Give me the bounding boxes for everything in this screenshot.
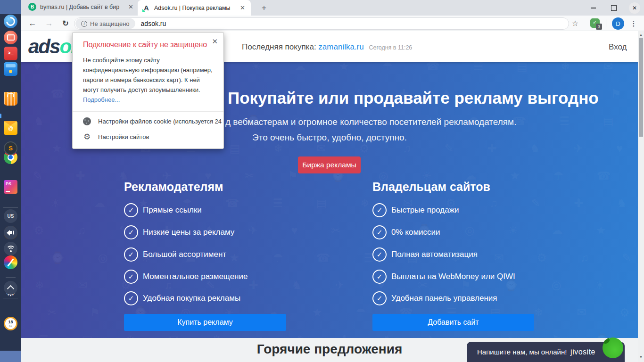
- tab-bymas[interactable]: B bymas.ru | Добавь сайт в бир: [28, 3, 134, 11]
- dock-divider: [3, 298, 18, 298]
- dock-divider: [6, 277, 16, 278]
- tab-adsok-active[interactable]: A Adsok.ru | Покупка рекламы: [138, 0, 251, 16]
- check-item: Низкие цены за рекламу: [124, 225, 234, 239]
- screen-recorder-icon[interactable]: [4, 31, 17, 44]
- gear-icon: [83, 133, 91, 141]
- login-link[interactable]: Вход: [609, 42, 627, 52]
- check-icon: [372, 247, 387, 262]
- popup-body: Не сообщайте этому сайту конфиденциальну…: [83, 55, 213, 105]
- window-close-button[interactable]: [629, 2, 640, 14]
- check-item: Прямые ссылки: [124, 203, 202, 217]
- last-purchase-time: Сегодня в 11:26: [369, 44, 412, 51]
- desktop-screen: PS S US ⚡ 1852 B bymas.ru | Добавь сайт …: [0, 0, 644, 362]
- check-icon: [372, 270, 387, 284]
- check-icon: [124, 247, 138, 262]
- check-item: 0% комиссии: [372, 225, 440, 239]
- browser-menu-icon[interactable]: [628, 16, 639, 31]
- dock: PS S US ⚡ 1852: [0, 0, 21, 362]
- wallpaper-strip-top: [0, 0, 21, 14]
- terminal-icon[interactable]: [4, 47, 17, 60]
- popup-title: Подключение к сайту не защищено: [83, 41, 213, 49]
- check-icon: [124, 203, 138, 217]
- check-icon: [124, 225, 138, 239]
- favicon-adsok: A: [142, 4, 150, 12]
- last-purchase-label: Последняя покупка:: [242, 42, 316, 51]
- window-minimize-button[interactable]: [587, 2, 599, 14]
- last-purchase-site-link[interactable]: zamanilka.ru: [318, 42, 363, 51]
- dock-divider: [3, 207, 18, 208]
- hero-subtitle-1: д вебмастерам и огромное количество посе…: [225, 117, 516, 127]
- bookmark-star-icon[interactable]: [569, 16, 582, 31]
- browser-toolbar: Не защищено adsok.ru 3 D: [21, 16, 644, 31]
- exchange-button[interactable]: Биржа рекламы: [298, 156, 361, 173]
- keyboard-layout-indicator[interactable]: US: [4, 209, 17, 223]
- check-item: Быстрые продажи: [372, 203, 459, 217]
- active-app-indicator: [0, 114, 1, 118]
- mail-icon[interactable]: [4, 121, 17, 135]
- learn-more-link[interactable]: Подробнее...: [83, 96, 120, 103]
- scrollbar-down-arrow[interactable]: [638, 354, 644, 360]
- extension-shield-icon[interactable]: 3: [590, 18, 600, 28]
- check-icon: [372, 225, 387, 239]
- check-item: Полная автоматизация: [372, 247, 478, 262]
- address-bar[interactable]: Не защищено adsok.ru: [74, 17, 569, 30]
- cookie-icon: [83, 117, 91, 125]
- check-item: Удобная покупка рекламы: [124, 291, 240, 305]
- window-maximize-button[interactable]: [608, 2, 619, 14]
- check-item: Удобная панель управления: [372, 291, 497, 305]
- hero-title: Покупайте или продавайте рекламу выгодно: [228, 89, 599, 107]
- tab-strip: B bymas.ru | Добавь сайт в бир A Adsok.r…: [21, 0, 644, 16]
- check-item: Моментальное размещение: [124, 270, 248, 284]
- app-store-icon[interactable]: [4, 92, 17, 106]
- check-icon: [372, 291, 387, 305]
- toolbar-separator: [606, 19, 606, 27]
- krita-icon[interactable]: [4, 255, 17, 269]
- check-icon: [124, 291, 138, 305]
- close-tab-icon[interactable]: [239, 4, 246, 11]
- wallpaper-strip-bottom: [0, 351, 21, 362]
- chevron-up-icon[interactable]: [4, 281, 17, 295]
- profile-avatar[interactable]: D: [612, 17, 624, 30]
- chat-message: Напишите нам, мы онлайн!: [477, 348, 567, 356]
- buy-ads-button[interactable]: Купить рекламу: [124, 314, 286, 331]
- phpstorm-icon[interactable]: PS: [4, 180, 17, 194]
- back-button[interactable]: [26, 16, 39, 31]
- check-icon: [372, 203, 387, 217]
- reload-button[interactable]: [59, 16, 72, 31]
- security-popup: Подключение к сайту не защищено Не сообщ…: [72, 32, 224, 149]
- close-tab-icon[interactable]: [127, 3, 134, 10]
- cookie-settings-item[interactable]: Настройки файлов cookie (используется 24: [73, 112, 223, 131]
- tab-title: Adsok.ru | Покупка рекламы: [154, 5, 235, 11]
- favicon-bymas: B: [28, 3, 36, 11]
- new-tab-button[interactable]: [259, 3, 269, 13]
- add-site-button[interactable]: Добавить сайт: [372, 314, 534, 331]
- file-manager-icon[interactable]: [4, 62, 17, 76]
- advertisers-column-title: Рекламодателям: [124, 180, 223, 194]
- volume-icon[interactable]: [4, 226, 17, 239]
- site-owners-column-title: Владельцам сайтов: [372, 180, 490, 194]
- wifi-icon[interactable]: [4, 242, 17, 255]
- url-text: adsok.ru: [141, 20, 166, 27]
- info-icon: [81, 21, 87, 27]
- deepin-browser-icon[interactable]: [4, 15, 17, 28]
- sublime-text-icon[interactable]: S: [4, 141, 17, 155]
- close-icon[interactable]: [212, 37, 218, 46]
- scrollbar-thumb[interactable]: [639, 38, 643, 137]
- security-chip[interactable]: Не защищено: [75, 18, 135, 29]
- tab-title: bymas.ru | Добавь сайт в бир: [40, 4, 124, 10]
- forward-button[interactable]: [42, 16, 56, 31]
- jivosite-leaf-icon[interactable]: [603, 337, 623, 358]
- scrollbar-up-arrow[interactable]: [638, 31, 644, 38]
- clock-icon[interactable]: 1852: [4, 317, 17, 330]
- check-icon: [124, 270, 138, 284]
- phpstorm-label: PS: [6, 181, 11, 186]
- check-item: Большой ассортимент: [124, 247, 226, 262]
- check-item: Выплаты на WebMoney или QIWI: [372, 270, 515, 284]
- last-purchase: Последняя покупка: zamanilka.ru Сегодня …: [242, 42, 412, 52]
- extension-badge: 3: [596, 24, 602, 30]
- chat-widget[interactable]: Напишите нам, мы онлайн! jivosite: [467, 342, 625, 362]
- site-settings-item[interactable]: Настройки сайтов: [73, 131, 223, 148]
- jivosite-logo: jivosite: [570, 348, 595, 356]
- scrollbar: [638, 31, 644, 362]
